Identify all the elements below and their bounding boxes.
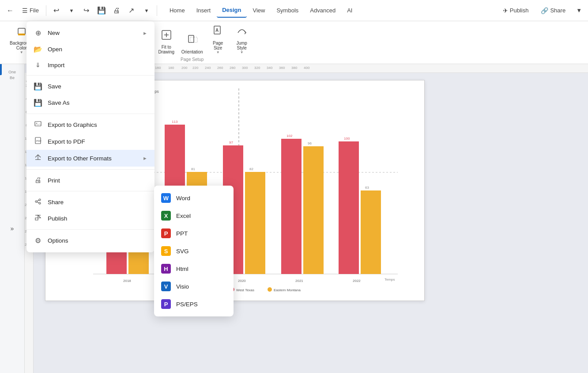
svg-label: SVG — [176, 248, 189, 255]
export-other-icon — [34, 154, 42, 163]
ruler-tick-200: 200 — [181, 66, 187, 70]
export-button[interactable]: ↗ — [125, 4, 138, 17]
menu-item-new[interactable]: ⊕ New ► — [26, 25, 155, 41]
tab-design[interactable]: Design — [217, 3, 246, 18]
file-menu-button[interactable]: ☰ File — [19, 5, 42, 16]
excel-icon: X — [161, 211, 171, 221]
undo-arrow-button[interactable]: ▼ — [65, 4, 78, 17]
tab-home[interactable]: Home — [164, 4, 190, 17]
submenu-word[interactable]: W Word — [154, 189, 234, 207]
print-menu-icon: 🖨 — [34, 176, 42, 184]
ribbon-item-page-size[interactable]: A PageSize ▼ — [207, 23, 230, 56]
menu-item-print[interactable]: 🖨 Print — [26, 172, 155, 188]
menu-item-save[interactable]: 💾 Save — [26, 78, 155, 95]
bar-2021-west — [281, 139, 302, 274]
file-menu: ⊕ New ► 📂 Open ⇓ Import 💾 Save 💾 Save As… — [26, 21, 155, 252]
save-button[interactable]: 💾 — [95, 4, 108, 17]
save-label: Save — [48, 83, 61, 90]
jump-style-label: JumpStyle — [236, 41, 247, 50]
bar-label-2022-west: 100 — [344, 137, 350, 141]
export-graphics-icon — [34, 121, 42, 129]
bar-label-2021-west: 102 — [286, 134, 293, 138]
page-size-chevron: ▼ — [216, 50, 220, 54]
svg-icon: S — [161, 246, 171, 256]
menu-item-save-as[interactable]: 💾 Save As — [26, 95, 155, 111]
submenu-excel[interactable]: X Excel — [154, 207, 234, 225]
menu-item-export-graphics[interactable]: Export to Graphics — [26, 117, 155, 133]
page-size-label: PageSize — [213, 41, 223, 50]
menu-item-share[interactable]: Share — [26, 194, 155, 210]
tab-advanced[interactable]: Advanced — [305, 4, 341, 17]
submenu-svg[interactable]: S SVG — [154, 242, 234, 260]
redo-button[interactable]: ↪ — [80, 4, 93, 17]
save-menu-icon: 💾 — [34, 82, 42, 91]
tab-insert[interactable]: Insert — [191, 4, 216, 17]
bar-2020-east — [245, 172, 265, 274]
svg-point-23 — [39, 199, 41, 201]
year-2021: 2021 — [295, 279, 303, 283]
menu-item-import[interactable]: ⇓ Import — [26, 57, 155, 72]
menu-item-export-other[interactable]: Export to Other Formats ► — [26, 150, 155, 167]
divider-5 — [26, 229, 155, 230]
menu-item-publish[interactable]: Publish — [26, 210, 155, 227]
submenu-ps[interactable]: P PS/EPS — [154, 295, 234, 313]
menu-item-options[interactable]: ⚙ Options — [26, 232, 155, 249]
ruler-tick-280: 280 — [230, 66, 235, 70]
open-icon: 📂 — [34, 45, 42, 53]
print-icon: 🖨 — [113, 7, 120, 15]
menu-item-export-pdf[interactable]: PDF Export to PDF — [26, 133, 155, 150]
divider-2 — [26, 114, 155, 114]
orientation-label: Orientation — [181, 49, 203, 54]
submenu-visio[interactable]: V Visio — [154, 278, 234, 295]
bar-label-2020-west: 97 — [229, 141, 233, 145]
ribbon-item-fit-drawing[interactable]: Fit toDrawing — [155, 27, 178, 56]
new-label: New — [48, 30, 60, 36]
menu-item-open[interactable]: 📂 Open — [26, 41, 155, 57]
svg-rect-0 — [18, 28, 25, 34]
ribbon-item-orientation[interactable]: Orientation — [179, 32, 206, 56]
nav-tabs: Home Insert Design View Symbols Advanced… — [164, 3, 358, 18]
chart-x-label: Temps — [384, 278, 395, 282]
ruler-tick-380: 380 — [291, 66, 297, 70]
tab-view[interactable]: View — [248, 4, 271, 17]
tab-symbols[interactable]: Symbols — [271, 4, 304, 17]
share-icon: 🔗 — [541, 7, 548, 14]
bar-label-2019-west: 113 — [172, 120, 178, 124]
export-pdf-label: Export to PDF — [48, 138, 85, 145]
publish-icon: ✈ — [503, 7, 508, 14]
print-button[interactable]: 🖨 — [110, 4, 123, 17]
bg-color-icon — [16, 27, 27, 40]
undo-button[interactable]: ↩ — [50, 4, 63, 17]
import-label: Import — [48, 62, 64, 69]
topbar: ← ☰ File ↩ ▼ ↪ 💾 🖨 ↗ ▼ Home Insert Desig… — [0, 0, 588, 21]
ruler-tick-300: 300 — [242, 66, 248, 70]
submenu-html[interactable]: H Html — [154, 260, 234, 278]
divider-1 — [26, 75, 155, 76]
tab-ai[interactable]: AI — [342, 4, 358, 17]
submenu-ppt[interactable]: P PPT — [154, 225, 234, 242]
word-icon: W — [161, 193, 171, 203]
svg-rect-13 — [188, 35, 194, 42]
chevron-right-icon: » — [11, 225, 14, 232]
bg-color-chevron: ▼ — [20, 50, 23, 54]
fit-drawing-icon — [160, 29, 173, 44]
share-button[interactable]: 🔗 Share — [536, 5, 570, 16]
back-icon: ← — [7, 7, 14, 15]
sidebar-toggle-button[interactable]: » — [5, 221, 19, 236]
svg-point-24 — [35, 201, 37, 202]
undo-icon: ↩ — [53, 6, 59, 15]
ribbon-item-jump-style[interactable]: JumpStyle ▼ — [230, 23, 253, 56]
export-arrow-button[interactable]: ▼ — [140, 4, 153, 17]
sidebar-content: OneBe — [8, 68, 17, 82]
publish-button[interactable]: ✈ Publish — [498, 5, 533, 16]
back-button[interactable]: ← — [4, 4, 17, 17]
html-label: Html — [176, 266, 188, 272]
ruler-tick-240: 240 — [205, 66, 211, 70]
more-button[interactable]: ▼ — [573, 5, 584, 15]
save-as-label: Save As — [48, 99, 70, 106]
bar-2021-east — [303, 146, 324, 274]
publish-menu-icon — [34, 214, 42, 223]
ps-icon: P — [161, 299, 171, 309]
ruler-tick-320: 320 — [254, 66, 260, 70]
export-graphics-label: Export to Graphics — [48, 122, 97, 128]
